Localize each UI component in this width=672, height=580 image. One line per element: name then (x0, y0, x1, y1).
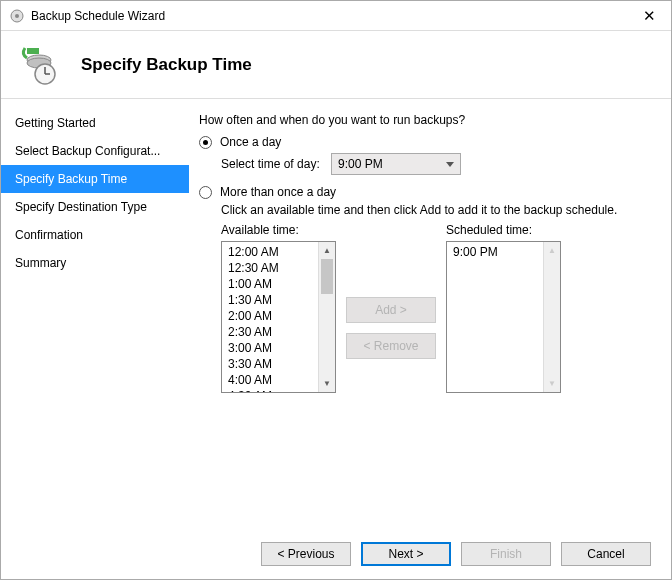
time-of-day-value: 9:00 PM (338, 157, 383, 171)
option-multi-label: More than once a day (220, 185, 336, 199)
wizard-window: Backup Schedule Wizard ✕ Specify Backup … (0, 0, 672, 580)
wizard-steps-sidebar: Getting Started Select Backup Configurat… (1, 99, 189, 529)
titlebar: Backup Schedule Wizard ✕ (1, 1, 671, 31)
cancel-button[interactable]: Cancel (561, 542, 651, 566)
wizard-footer: < Previous Next > Finish Cancel (1, 529, 671, 579)
scrollbar[interactable]: ▲ ▼ (318, 242, 335, 392)
wizard-header: Specify Backup Time (1, 31, 671, 99)
scroll-thumb[interactable] (321, 259, 333, 294)
question-text: How often and when do you want to run ba… (199, 113, 651, 127)
select-time-label: Select time of day: (221, 157, 331, 171)
wizard-body: Getting Started Select Backup Configurat… (1, 99, 671, 529)
available-time-listbox[interactable]: 12:00 AM 12:30 AM 1:00 AM 1:30 AM 2:00 A… (221, 241, 336, 393)
scroll-down-icon[interactable]: ▼ (319, 375, 335, 392)
page-title: Specify Backup Time (81, 55, 252, 75)
previous-button[interactable]: < Previous (261, 542, 351, 566)
sidebar-item-getting-started[interactable]: Getting Started (1, 109, 189, 137)
scheduled-time-label: Scheduled time: (446, 223, 561, 237)
add-button: Add > (346, 297, 436, 323)
next-button[interactable]: Next > (361, 542, 451, 566)
option-more-than-once[interactable]: More than once a day (199, 185, 651, 199)
sidebar-item-select-configuration[interactable]: Select Backup Configurat... (1, 137, 189, 165)
backup-clock-icon (17, 44, 59, 86)
wizard-main: How often and when do you want to run ba… (189, 99, 671, 529)
scrollbar[interactable]: ▲ ▼ (543, 242, 560, 392)
scroll-down-icon[interactable]: ▼ (544, 375, 560, 392)
window-title: Backup Schedule Wizard (31, 9, 627, 23)
scroll-up-icon[interactable]: ▲ (319, 242, 335, 259)
radio-more-than-once[interactable] (199, 186, 212, 199)
app-icon (9, 8, 25, 24)
sidebar-item-specify-backup-time[interactable]: Specify Backup Time (1, 165, 189, 193)
sidebar-item-summary[interactable]: Summary (1, 249, 189, 277)
close-button[interactable]: ✕ (627, 1, 671, 31)
sidebar-item-specify-destination-type[interactable]: Specify Destination Type (1, 193, 189, 221)
sidebar-item-confirmation[interactable]: Confirmation (1, 221, 189, 249)
available-time-label: Available time: (221, 223, 336, 237)
scheduled-time-listbox[interactable]: 9:00 PM ▲ ▼ (446, 241, 561, 393)
option-once-label: Once a day (220, 135, 281, 149)
multi-hint-text: Click an available time and then click A… (221, 203, 651, 217)
svg-point-1 (15, 14, 19, 18)
time-of-day-dropdown[interactable]: 9:00 PM (331, 153, 461, 175)
remove-button: < Remove (346, 333, 436, 359)
finish-button: Finish (461, 542, 551, 566)
radio-once-a-day[interactable] (199, 136, 212, 149)
scroll-up-icon[interactable]: ▲ (544, 242, 560, 259)
option-once-a-day[interactable]: Once a day (199, 135, 651, 149)
